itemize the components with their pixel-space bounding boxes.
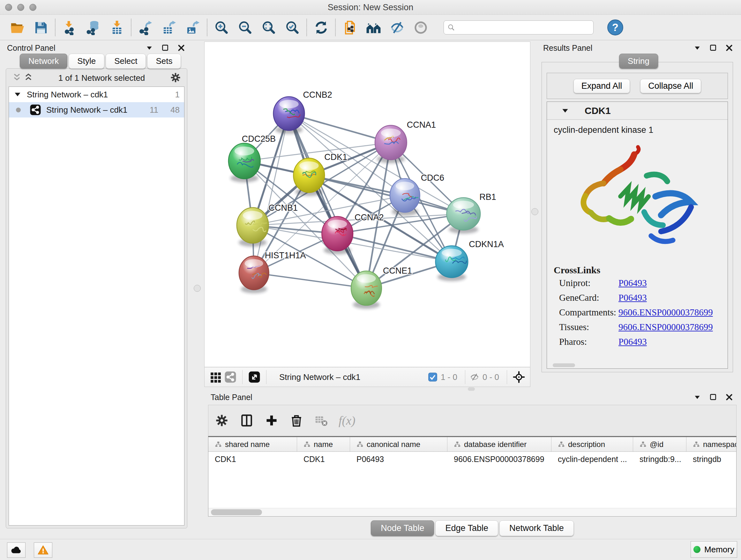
import-network-database-button[interactable] (84, 18, 102, 37)
selected-checkbox-icon[interactable] (428, 372, 437, 382)
network-collection-row[interactable]: String Network – cdk1 1 (9, 87, 184, 102)
gear-icon (170, 72, 181, 83)
column-header-description[interactable]: description (551, 437, 633, 451)
delete-column-button[interactable] (289, 413, 304, 428)
edge-CCNB2-CCNE1[interactable] (289, 114, 366, 288)
panel-float-button[interactable] (709, 43, 718, 53)
import-table-file-button[interactable] (108, 18, 126, 37)
import-network-file-button[interactable] (61, 18, 78, 37)
show-hidden-button[interactable] (412, 18, 429, 37)
node-CDC25B[interactable] (228, 143, 260, 182)
open-session-button[interactable] (8, 18, 26, 37)
column-header-canonical-name[interactable]: canonical name (350, 437, 448, 451)
expand-all-networks-button[interactable] (23, 72, 34, 84)
tab-style[interactable]: Style (69, 54, 105, 69)
node-CCNA2[interactable] (322, 216, 353, 254)
show-columns-button[interactable] (239, 413, 254, 428)
hidden-eye-slash-icon[interactable] (470, 372, 479, 382)
memory-status-dot (693, 546, 700, 553)
crosslink-link-compartments[interactable]: 9606.ENSP00000378699 (618, 305, 713, 320)
network-row-selected[interactable]: String Network – cdk1 11 48 (9, 102, 184, 118)
export-table-button[interactable] (160, 18, 178, 37)
splitter-handle-left[interactable] (194, 285, 201, 292)
panel-close-button[interactable] (724, 392, 734, 402)
column-header-id[interactable]: @id (633, 437, 686, 451)
node-RB1[interactable] (447, 198, 481, 234)
network-options-button[interactable] (169, 71, 182, 84)
zoom-selected-icon (285, 20, 300, 35)
splitter-handle-bottom[interactable] (468, 387, 475, 391)
zoom-in-button[interactable] (212, 18, 230, 37)
scrollbar-thumb[interactable] (211, 509, 262, 515)
panel-close-button[interactable] (724, 43, 734, 53)
warning-status-button[interactable] (34, 543, 52, 558)
column-header-namespace[interactable]: namespace (686, 437, 737, 451)
node-CDKN1A[interactable] (435, 246, 468, 281)
node-CCNA1[interactable] (375, 125, 407, 163)
column-header-shared-name[interactable]: shared name (208, 437, 297, 451)
node-HIST1H1A[interactable] (239, 256, 269, 294)
crosslinks-title: CrossLinks (547, 265, 728, 275)
panel-float-button[interactable] (709, 392, 718, 402)
help-button[interactable]: ? (607, 19, 623, 36)
mini-scrollbar[interactable] (553, 363, 575, 367)
crosslink-link-tissues[interactable]: 9606.ENSP00000378699 (618, 320, 713, 334)
column-header-database-identifier[interactable]: database identifier (448, 437, 551, 451)
expand-all-button[interactable]: Expand All (574, 79, 630, 93)
share-view-button[interactable] (223, 370, 238, 384)
column-header-name[interactable]: name (297, 437, 350, 451)
add-column-button[interactable] (264, 413, 279, 428)
panel-menu-button[interactable] (692, 43, 702, 53)
node-CCNB2[interactable] (273, 97, 305, 134)
memory-button[interactable]: Memory (690, 541, 737, 558)
panel-float-button[interactable] (160, 43, 170, 53)
tab-select[interactable]: Select (106, 54, 146, 69)
home-button[interactable] (364, 18, 382, 37)
birdseye-nav-button[interactable] (512, 370, 526, 384)
crosslink-link-genecard[interactable]: P06493 (618, 290, 647, 305)
chevron-down-icon (693, 44, 701, 52)
grid-view-button[interactable] (208, 370, 223, 384)
export-network-button[interactable] (137, 18, 154, 37)
hide-selected-button[interactable] (388, 18, 406, 37)
panel-menu-button[interactable] (145, 43, 154, 53)
search-input[interactable] (444, 20, 594, 35)
collapse-all-button[interactable]: Collapse All (640, 79, 701, 93)
toolbar-separator (335, 19, 336, 36)
table-options-button[interactable] (214, 413, 229, 428)
tab-node-table[interactable]: Node Table (371, 520, 434, 536)
cloud-status-button[interactable] (7, 543, 25, 558)
cloud-icon (10, 544, 22, 556)
crosslink-link-pharos[interactable]: P06493 (618, 334, 647, 349)
zoom-out-button[interactable] (236, 18, 254, 37)
zoom-selected-button[interactable] (283, 18, 301, 37)
panel-menu-button[interactable] (692, 392, 702, 402)
copy-network-button[interactable] (341, 18, 359, 37)
tab-network[interactable]: Network (20, 54, 67, 69)
export-image-button[interactable] (184, 18, 202, 37)
table-row[interactable]: CDK1CDK1P064939606.ENSP00000378699cyclin… (208, 452, 736, 466)
tab-string[interactable]: String (619, 54, 658, 69)
collapse-all-networks-button[interactable] (11, 72, 23, 84)
network-view-toolbar: String Network – cdk1 1 - 0 0 - 0 (204, 367, 530, 387)
tab-edge-table[interactable]: Edge Table (435, 520, 498, 536)
node-CDC6[interactable] (390, 179, 420, 216)
tab-sets[interactable]: Sets (147, 54, 181, 69)
node-CCNE1[interactable] (351, 271, 382, 309)
crosslink-link-uniprot[interactable]: P06493 (618, 275, 647, 290)
node-details-header[interactable]: CDK1 (547, 102, 728, 120)
node-label-CCNA1: CCNA1 (407, 120, 436, 130)
status-bar: Memory (0, 539, 741, 560)
node-CDK1[interactable] (293, 158, 325, 196)
horizontal-scrollbar[interactable] (208, 508, 736, 516)
splitter-handle-right[interactable] (531, 208, 538, 215)
export-view-button[interactable] (247, 370, 262, 384)
zoom-fit-button[interactable] (260, 18, 278, 37)
save-session-button[interactable] (32, 18, 50, 37)
panel-close-button[interactable] (177, 43, 186, 53)
node-CCNB1[interactable] (237, 207, 269, 247)
apply-layout-button[interactable] (312, 18, 330, 37)
tab-network-table[interactable]: Network Table (499, 520, 574, 536)
edge-HIST1H1A-CCNE1[interactable] (254, 273, 366, 288)
network-canvas[interactable]: CCNB2CCNA1CDC25BCDK1CDC6RB1CCNB1CCNA2CDK… (204, 42, 530, 367)
